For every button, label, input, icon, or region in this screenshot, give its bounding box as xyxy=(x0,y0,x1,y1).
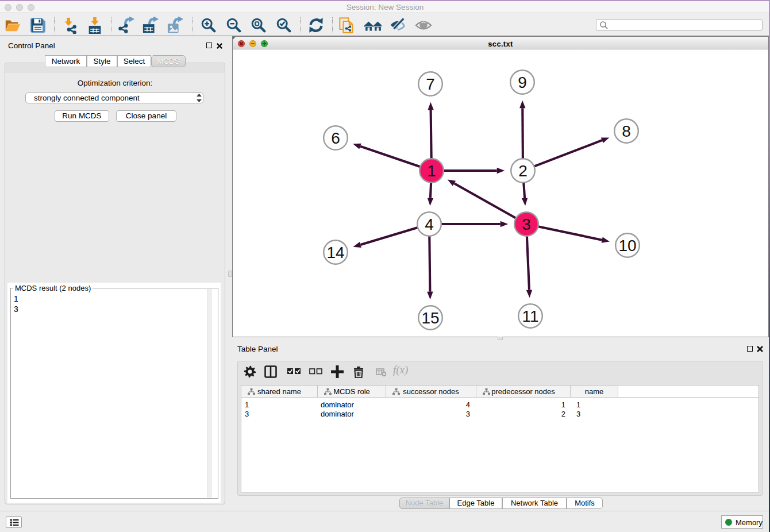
svg-text:9: 9 xyxy=(518,74,527,91)
svg-text:11: 11 xyxy=(522,307,538,325)
svg-text:10: 10 xyxy=(618,237,636,255)
svg-text:6: 6 xyxy=(331,129,340,147)
svg-text:1: 1 xyxy=(427,162,436,180)
svg-text:4: 4 xyxy=(425,215,434,233)
svg-text:7: 7 xyxy=(426,75,435,93)
svg-text:3: 3 xyxy=(522,215,531,233)
svg-text:2: 2 xyxy=(518,162,528,180)
svg-text:8: 8 xyxy=(622,122,631,140)
svg-text:14: 14 xyxy=(326,244,344,261)
svg-text:15: 15 xyxy=(421,309,439,327)
